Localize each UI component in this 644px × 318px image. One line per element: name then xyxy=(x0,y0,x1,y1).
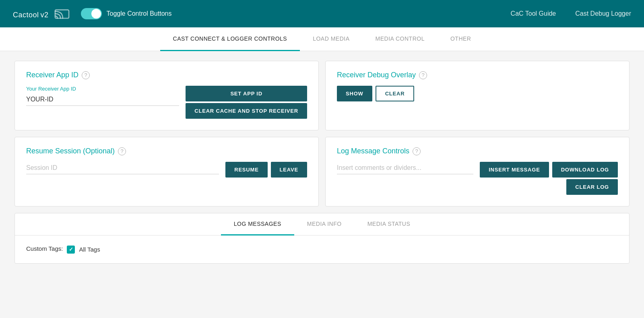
resume-button[interactable]: RESUME xyxy=(225,162,267,178)
toggle-button[interactable] xyxy=(81,8,102,19)
tab-log-messages[interactable]: LOG MESSAGES xyxy=(221,213,294,235)
resume-session-buttons: RESUME LEAVE xyxy=(225,162,307,178)
leave-button[interactable]: LEAVE xyxy=(271,162,307,178)
log-buttons-top-row: INSERT MESSAGE DOWNLOAD LOG xyxy=(480,162,618,178)
receiver-debug-title: Receiver Debug Overlay ? xyxy=(337,71,618,79)
logo-text: Cactool xyxy=(13,11,39,19)
show-button[interactable]: SHOW xyxy=(337,86,372,101)
receiver-app-id-input[interactable] xyxy=(26,93,179,106)
resume-session-title: Resume Session (Optional) ? xyxy=(26,147,307,155)
resume-session-content: RESUME LEAVE xyxy=(26,162,307,178)
toggle-label: Toggle Control Buttons xyxy=(107,10,172,17)
log-buttons: INSERT MESSAGE DOWNLOAD LOG CLEAR LOG xyxy=(480,162,618,195)
session-id-input-area xyxy=(26,162,219,174)
tab-media-status[interactable]: MEDIA STATUS xyxy=(355,213,423,235)
cast-debug-logger-link[interactable]: Cast Debug Logger xyxy=(575,10,631,17)
download-log-button[interactable]: DOWNLOAD LOG xyxy=(552,162,618,178)
tab-other[interactable]: OTHER xyxy=(438,27,484,51)
custom-tags-area: Custom Tags: All Tags xyxy=(26,245,618,254)
clear-debug-button[interactable]: CLEAR xyxy=(376,86,415,101)
insert-message-button[interactable]: INSERT MESSAGE xyxy=(480,162,549,178)
app-logo: Cactoolv2 xyxy=(13,7,49,20)
cast-icon xyxy=(54,7,70,20)
tab-load-media[interactable]: LOAD MEDIA xyxy=(300,27,362,51)
receiver-debug-content: SHOW CLEAR xyxy=(337,86,618,101)
receiver-debug-help-icon[interactable]: ? xyxy=(419,71,427,79)
panels-grid: Receiver App ID ? Your Receiver App ID S… xyxy=(14,61,630,206)
all-tags-checkbox[interactable] xyxy=(67,246,75,254)
tab-media-control[interactable]: MEDIA CONTROL xyxy=(363,27,438,51)
receiver-debug-buttons: SHOW CLEAR xyxy=(337,86,414,101)
receiver-app-id-help-icon[interactable]: ? xyxy=(82,71,90,79)
receiver-app-id-input-area: Your Receiver App ID xyxy=(26,86,179,106)
header-nav: CaC Tool Guide Cast Debug Logger xyxy=(511,10,631,17)
set-app-id-button[interactable]: SET APP ID xyxy=(186,86,307,101)
all-tags-label: All Tags xyxy=(79,246,100,253)
log-message-controls-title: Log Message Controls ? xyxy=(337,147,618,155)
main-content: Receiver App ID ? Your Receiver App ID S… xyxy=(8,51,636,273)
bottom-section: LOG MESSAGES MEDIA INFO MEDIA STATUS Cus… xyxy=(14,213,630,264)
receiver-app-id-content: Your Receiver App ID SET APP ID CLEAR CA… xyxy=(26,86,307,119)
log-comment-input-area xyxy=(337,162,473,174)
bottom-tabs-nav: LOG MESSAGES MEDIA INFO MEDIA STATUS xyxy=(15,213,629,235)
clear-log-button[interactable]: CLEAR LOG xyxy=(566,179,618,195)
resume-session-panel: Resume Session (Optional) ? RESUME LEAVE xyxy=(14,137,319,206)
clear-cache-button[interactable]: CLEAR CACHE AND STOP RECEIVER xyxy=(186,103,307,119)
app-header: Cactoolv2 Toggle Control Buttons CaC Too… xyxy=(0,0,644,27)
session-id-input[interactable] xyxy=(26,162,219,174)
log-message-controls-panel: Log Message Controls ? INSERT MESSAGE DO… xyxy=(325,137,630,206)
main-tabs-nav: CAST CONNECT & LOGGER CONTROLS LOAD MEDI… xyxy=(0,27,644,51)
bottom-content: Custom Tags: All Tags xyxy=(15,235,629,263)
receiver-app-id-title: Receiver App ID ? xyxy=(26,71,307,79)
log-comment-input[interactable] xyxy=(337,162,473,174)
cac-tool-guide-link[interactable]: CaC Tool Guide xyxy=(511,10,556,17)
receiver-app-id-panel: Receiver App ID ? Your Receiver App ID S… xyxy=(14,61,319,130)
receiver-debug-panel: Receiver Debug Overlay ? SHOW CLEAR xyxy=(325,61,630,130)
tab-cast-connect[interactable]: CAST CONNECT & LOGGER CONTROLS xyxy=(160,27,300,51)
resume-session-help-icon[interactable]: ? xyxy=(118,147,126,155)
tab-media-info[interactable]: MEDIA INFO xyxy=(294,213,355,235)
clear-log-row: CLEAR LOG xyxy=(566,179,618,195)
receiver-app-id-input-label: Your Receiver App ID xyxy=(26,86,179,92)
logo-version: v2 xyxy=(41,11,49,19)
log-message-controls-help-icon[interactable]: ? xyxy=(413,147,421,155)
toggle-area: Toggle Control Buttons xyxy=(81,8,172,19)
receiver-app-id-buttons: SET APP ID CLEAR CACHE AND STOP RECEIVER xyxy=(186,86,307,119)
log-message-controls-content: INSERT MESSAGE DOWNLOAD LOG CLEAR LOG xyxy=(337,162,618,195)
custom-tags-label: Custom Tags: xyxy=(26,245,63,252)
